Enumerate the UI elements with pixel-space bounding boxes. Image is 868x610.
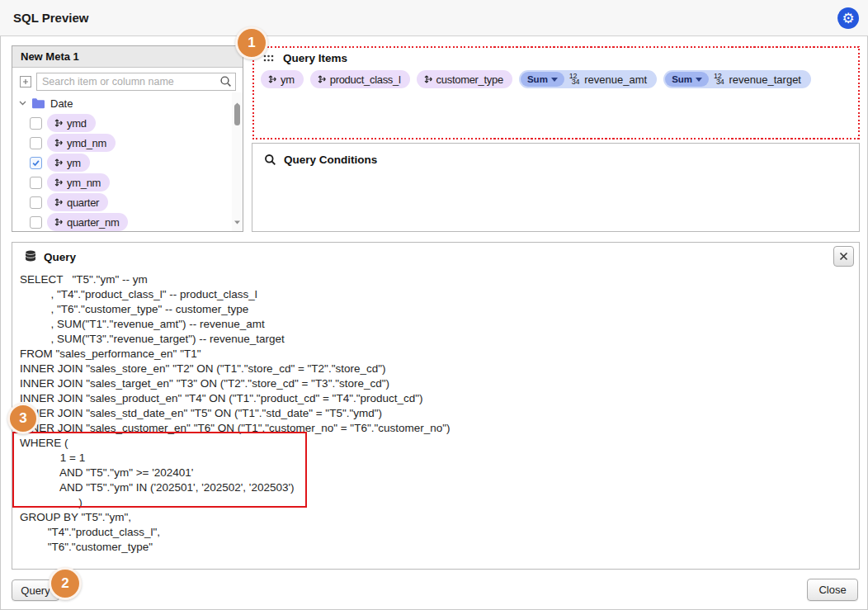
conditions-search-icon — [264, 154, 276, 166]
query-item-pill[interactable]: customer_type — [417, 70, 512, 88]
dimension-arrows-icon — [54, 217, 64, 227]
meta-panel-title: New Meta 1 — [12, 46, 243, 68]
sql-line: FROM "sales_performance_en" "T1" — [20, 347, 451, 362]
tree-item-ym_nm: ym_nm — [12, 173, 243, 192]
query-items-title: Query Items — [283, 52, 347, 64]
sql-line: "T6"."customer_type" — [20, 540, 451, 555]
step-1-badge: 1 — [235, 26, 268, 59]
sql-line: "T4"."product_class_l", — [20, 525, 451, 540]
field-pill[interactable]: ymd — [47, 114, 96, 132]
checkbox[interactable] — [30, 117, 42, 130]
sql-line: INNER JOIN "sales_target_en" "T3" ON ("T… — [20, 376, 451, 391]
query-conditions-panel: Query Conditions — [252, 143, 860, 232]
checkbox[interactable] — [30, 157, 42, 169]
aggregation-dropdown[interactable]: Sum — [665, 72, 709, 87]
dimension-arrows-icon — [54, 118, 64, 128]
query-measure-pill[interactable]: Sum1234revenue_target — [663, 70, 811, 88]
dimension-arrows-icon — [54, 197, 64, 207]
field-pill[interactable]: ym_nm — [47, 173, 110, 192]
checkbox[interactable] — [30, 137, 42, 149]
sql-text: SELECT "T5"."ym" -- ym , "T4"."product_c… — [20, 272, 451, 555]
sql-line: , "T6"."customer_type" -- customer_type — [20, 302, 451, 317]
field-pill[interactable]: ymd_nm — [47, 134, 116, 152]
meta-tree: Date ymdymd_nmymym_nmquarterquarter_nm — [12, 93, 243, 232]
query-item-pill[interactable]: ym — [261, 70, 304, 88]
sql-line: , "T4"."product_class_l" -- product_clas… — [20, 287, 451, 302]
dialog-header: SQL Preview ⚙ — [0, 0, 868, 36]
tree-item-quarter: quarter — [12, 192, 243, 212]
field-pill[interactable]: quarter_nm — [47, 213, 128, 231]
chevron-down-icon — [19, 101, 26, 106]
dimension-arrows-icon — [423, 74, 433, 84]
scroll-down-icon[interactable] — [234, 213, 240, 228]
dialog-title: SQL Preview — [13, 11, 88, 25]
sql-line: INNER JOIN "sales_store_en" "T2" ON ("T1… — [20, 362, 451, 376]
dimension-arrows-icon — [317, 74, 327, 84]
tree-item-ymd: ymd — [12, 113, 243, 133]
checkbox[interactable] — [30, 177, 42, 189]
sql-line: SELECT "T5"."ym" -- ym — [20, 272, 451, 287]
dimension-arrows-icon — [54, 177, 64, 187]
scrollbar-thumb[interactable] — [234, 104, 240, 125]
meta-panel: New Meta 1 Date ymdymd_nmymym_nmquarterq… — [12, 45, 243, 232]
expand-all-icon[interactable] — [19, 75, 32, 88]
where-clause-annotation-box — [12, 432, 307, 508]
tree-scrollbar[interactable] — [232, 92, 243, 231]
sql-line: , SUM("T1"."revenue_amt") -- revenue_amt — [20, 317, 451, 332]
sql-preview-dialog: SQL Preview ⚙ New Meta 1 Date ymdymd_nmy… — [0, 0, 868, 610]
tree-folder-date[interactable]: Date — [12, 93, 243, 113]
field-pill[interactable]: quarter — [47, 193, 108, 211]
tree-folder-label: Date — [50, 97, 73, 110]
tree-item-ym: ym — [12, 153, 243, 173]
step-3-badge: 3 — [7, 403, 39, 434]
query-items-panel: Query Items ymproduct_class_lcustomer_ty… — [252, 46, 860, 139]
step-2-badge: 2 — [49, 567, 82, 600]
tree-item-quarter_nm: quarter_nm — [12, 212, 243, 232]
settings-gear-icon[interactable]: ⚙ — [837, 7, 859, 29]
close-button[interactable]: Close — [807, 579, 858, 601]
aggregation-dropdown[interactable]: Sum — [521, 72, 564, 87]
close-query-button[interactable] — [833, 246, 854, 267]
tree-item-ymd_nm: ymd_nm — [12, 133, 243, 153]
chevron-down-icon — [551, 78, 558, 82]
checkbox[interactable] — [30, 196, 42, 209]
sql-line: INNER JOIN "sales_product_en" "T4" ON ("… — [20, 391, 451, 406]
sql-line: GROUP BY "T5"."ym", — [20, 510, 451, 525]
drag-handle-icon[interactable] — [263, 54, 274, 62]
dimension-arrows-icon — [54, 158, 64, 168]
sql-line: INNER JOIN "sales_std_date_en" "T5" ON (… — [20, 406, 451, 421]
folder-icon — [31, 97, 45, 109]
query-measure-pill[interactable]: Sum1234revenue_amt — [519, 70, 657, 88]
check-icon — [31, 158, 40, 168]
database-icon — [25, 250, 36, 263]
checkbox[interactable] — [30, 216, 42, 229]
dimension-arrows-icon — [267, 74, 277, 84]
dimension-arrows-icon — [54, 138, 64, 148]
query-item-pill[interactable]: product_class_l — [310, 70, 410, 88]
query-panel: Query SELECT "T5"."ym" -- ym , "T4"."pro… — [12, 242, 860, 570]
search-input[interactable] — [36, 73, 236, 91]
chevron-down-icon — [696, 78, 702, 82]
number-1234-icon: 1234 — [569, 73, 579, 86]
close-icon — [839, 252, 848, 261]
query-panel-title: Query — [44, 251, 76, 263]
number-1234-icon: 1234 — [714, 73, 724, 86]
query-conditions-title: Query Conditions — [284, 154, 377, 166]
field-pill[interactable]: ym — [47, 154, 90, 172]
sql-line: , SUM("T3"."revenue_target") -- revenue_… — [20, 332, 451, 347]
search-icon[interactable] — [219, 75, 232, 91]
